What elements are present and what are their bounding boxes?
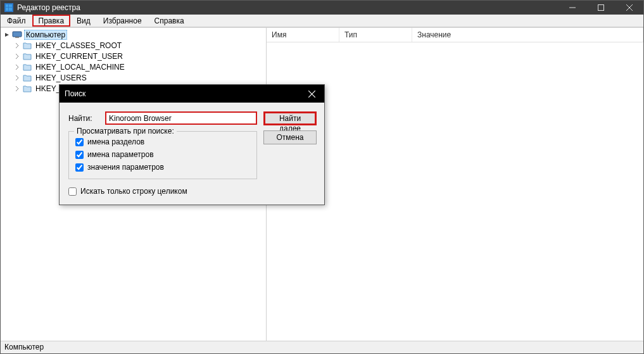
chk-values[interactable] [75,151,84,159]
menu-help[interactable]: Справка [148,15,191,27]
maximize-button[interactable] [586,1,615,15]
tree-node-label[interactable]: HKEY_CLASSES_ROOT [34,41,123,50]
svg-rect-8 [13,32,22,37]
svg-rect-3 [9,8,12,11]
folder-icon [22,41,32,50]
expander-icon[interactable] [3,31,11,39]
find-label: Найти: [68,114,105,123]
dialog-titlebar[interactable]: Поиск [60,85,324,103]
find-input[interactable] [105,111,257,125]
status-text: Компьютер [4,343,44,351]
dialog-title: Поиск [65,89,299,98]
folder-icon [22,52,32,61]
titlebar: Редактор реестра [1,1,643,15]
menu-favorites[interactable]: Избранное [97,15,148,27]
search-options-group: Просматривать при поиске: имена разделов… [68,131,257,179]
cancel-button[interactable]: Отмена [263,130,317,144]
chk-values-row[interactable]: имена параметров [75,148,250,161]
svg-rect-1 [9,4,12,7]
folder-icon [22,63,32,72]
column-value[interactable]: Значение [412,28,643,42]
chk-data[interactable] [75,163,84,172]
chk-whole[interactable] [68,187,77,196]
chk-data-label: значения параметров [87,163,164,172]
close-button[interactable] [615,1,643,15]
tree-node[interactable]: HKEY_CLASSES_ROOT [13,40,266,51]
statusbar: Компьютер [1,341,643,353]
svg-rect-5 [598,5,603,11]
tree-node[interactable]: HKEY_CURRENT_USER [13,51,266,61]
window-title: Редактор реестра [17,3,558,12]
chk-keys[interactable] [75,138,84,146]
tree-node[interactable]: HKEY_LOCAL_MACHINE [13,61,266,72]
group-title: Просматривать при поиске: [74,127,177,136]
column-type[interactable]: Тип [339,28,412,42]
dialog-close-button[interactable] [299,85,324,103]
find-next-button[interactable]: Найти далее [263,111,317,125]
minimize-button[interactable] [558,1,586,15]
menu-view[interactable]: Вид [70,15,97,27]
menubar: Файл Правка Вид Избранное Справка [1,15,643,27]
find-dialog: Поиск Найти: Просматривать при поиске: [59,84,325,205]
expander-icon[interactable] [13,63,21,71]
list-header: Имя Тип Значение [267,28,643,42]
folder-icon [22,84,32,93]
chk-keys-label: имена разделов [87,137,144,146]
expander-icon[interactable] [13,85,21,92]
registry-editor-window: Редактор реестра Файл Правка Вид Избранн… [0,0,644,354]
menu-file[interactable]: Файл [1,15,32,27]
chk-whole-label: Искать только строку целиком [80,187,187,196]
tree-node-label[interactable]: HKEY_ [34,84,61,93]
expander-icon[interactable] [13,74,21,82]
dialog-body: Найти: Просматривать при поиске: имена р… [60,103,324,205]
computer-icon [12,30,22,39]
menu-edit[interactable]: Правка [32,15,71,27]
expander-icon[interactable] [13,53,21,60]
window-controls [558,1,643,15]
tree-root-label[interactable]: Компьютер [24,30,67,40]
svg-rect-2 [6,8,8,11]
app-icon [4,3,13,12]
chk-whole-row[interactable]: Искать только строку целиком [68,187,317,196]
chk-keys-row[interactable]: имена разделов [75,136,250,148]
folder-icon [22,73,32,82]
chk-values-label: имена параметров [87,150,154,159]
chk-data-row[interactable]: значения параметров [75,161,250,174]
tree-node[interactable]: HKEY_USERS [13,72,266,83]
svg-rect-9 [15,37,19,38]
tree-node-label[interactable]: HKEY_USERS [34,73,88,82]
tree-node-label[interactable]: HKEY_CURRENT_USER [34,52,124,61]
tree-node-label[interactable]: HKEY_LOCAL_MACHINE [34,63,126,72]
svg-rect-0 [6,4,8,7]
column-name[interactable]: Имя [267,28,339,42]
expander-icon[interactable] [13,42,21,49]
